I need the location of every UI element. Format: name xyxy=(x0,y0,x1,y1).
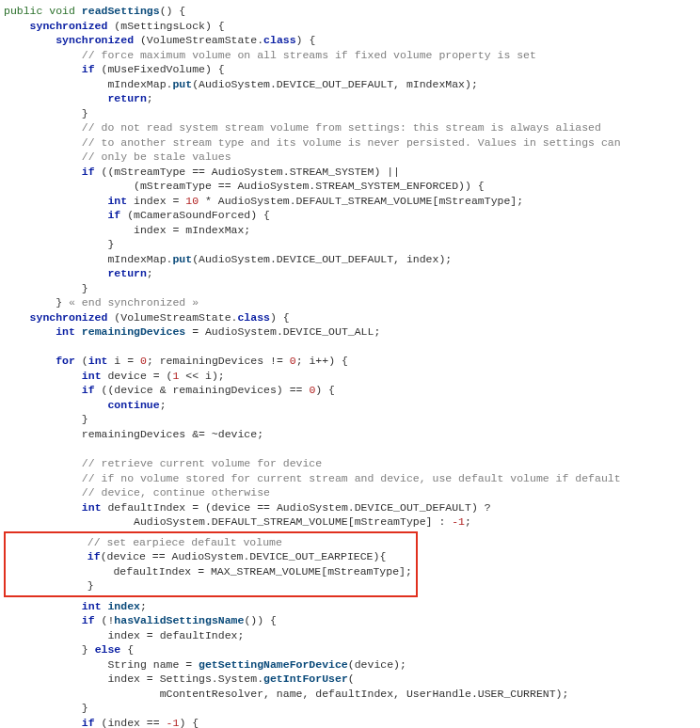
text: ; xyxy=(140,600,147,612)
call: hasValidSettingsName xyxy=(114,614,244,626)
text: index = Settings.System. xyxy=(107,673,263,685)
text: ; remainingDevices != xyxy=(147,355,290,367)
kw-if: if xyxy=(88,550,101,562)
text: remainingDevices &= ~device; xyxy=(82,428,263,440)
kw-if: if xyxy=(82,63,95,75)
brace: } xyxy=(88,579,94,592)
kw-return: return xyxy=(107,92,146,104)
highlight-box: // set earpiece default volume if(device… xyxy=(4,531,418,597)
brace: } xyxy=(82,107,88,119)
brace: } xyxy=(107,238,114,250)
kw-else: else xyxy=(95,643,121,656)
brace: } xyxy=(82,643,95,656)
text: AudioSystem.DEFAULT_STREAM_VOLUME[mStrea… xyxy=(134,515,452,528)
kw-int: int xyxy=(56,325,75,338)
kw-int: int xyxy=(82,501,102,514)
kw-int: int xyxy=(88,355,108,367)
text: mIndexMap. xyxy=(107,253,172,265)
comment: // only be stale values xyxy=(82,150,231,163)
text: (VolumeStreamState. xyxy=(107,311,237,324)
kw-public: public void xyxy=(4,5,82,17)
text: () { xyxy=(160,5,186,17)
kw-if: if xyxy=(82,166,95,178)
text: (device); xyxy=(348,658,406,671)
call-put: put xyxy=(172,78,192,90)
kw-synchronized: synchronized xyxy=(56,34,134,46)
kw-int: int xyxy=(82,600,102,612)
method-name: readSettings xyxy=(82,5,160,17)
text: ((device & remainingDevices) == xyxy=(95,384,310,396)
text: ) { xyxy=(315,384,335,396)
call: getSettingNameForDevice xyxy=(199,658,348,671)
kw-class: class xyxy=(237,311,270,324)
text: ; i++) { xyxy=(296,355,348,367)
text: i = xyxy=(107,355,140,367)
comment: // retrieve current volume for device xyxy=(82,457,322,469)
call: getIntForUser xyxy=(263,673,348,685)
num: 0 xyxy=(140,355,147,367)
text: (mUseFixedVolume) { xyxy=(95,63,225,75)
kw-int: int xyxy=(107,195,127,207)
kw-for: for xyxy=(56,355,75,367)
text: mIndexMap. xyxy=(107,78,172,90)
text: mContentResolver, name, defaultIndex, Us… xyxy=(160,688,569,700)
text: << i); xyxy=(179,370,224,382)
text: defaultIndex = MAX_STREAM_VOLUME[mStream… xyxy=(113,565,411,578)
text: (device == AudioSystem.DEVICE_OUT_EARPIE… xyxy=(101,550,387,562)
kw-return: return xyxy=(107,267,146,279)
text: { xyxy=(120,643,134,656)
comment: // if no volume stored for current strea… xyxy=(82,472,621,484)
call-put: put xyxy=(172,253,192,265)
kw-continue: continue xyxy=(107,399,159,411)
text: ; xyxy=(465,515,471,528)
text: ; xyxy=(147,92,153,104)
text: ) { xyxy=(179,717,199,728)
comment: // device, continue otherwise xyxy=(82,486,270,499)
text: (AudioSystem.DEVICE_OUT_DEFAULT, mIndexM… xyxy=(192,78,478,90)
text: defaultIndex = (device == AudioSystem.DE… xyxy=(102,501,491,514)
kw-if: if xyxy=(82,384,95,396)
text xyxy=(75,325,82,338)
var-name: index xyxy=(107,600,140,612)
text: device = ( xyxy=(102,370,173,382)
comment: // do not read system stream volume from… xyxy=(82,121,601,134)
text: ( xyxy=(348,673,355,685)
comment: // set earpiece default volume xyxy=(88,536,282,548)
text: ()) { xyxy=(244,614,277,626)
brace: } xyxy=(82,282,88,294)
text: (AudioSystem.DEVICE_OUT_DEFAULT, index); xyxy=(192,253,452,265)
comment: // to another stream type and its volume… xyxy=(82,136,621,149)
text: (mCameraSoundForced) { xyxy=(120,209,270,221)
num: 10 xyxy=(185,195,199,207)
kw-class: class xyxy=(263,34,296,46)
fold-marker: « end synchronized » xyxy=(62,296,199,309)
kw-synchronized: synchronized xyxy=(30,20,108,32)
num: -1 xyxy=(167,717,180,728)
kw-if: if xyxy=(82,717,95,728)
text: (mStreamType == AudioSystem.STREAM_SYSTE… xyxy=(134,180,485,192)
kw-int: int xyxy=(82,370,102,382)
text: (mSettingsLock) { xyxy=(107,20,224,32)
text: index = xyxy=(127,195,185,207)
text: (VolumeStreamState. xyxy=(134,34,263,46)
text: (! xyxy=(95,614,115,626)
text: ; xyxy=(147,267,153,279)
text: ; xyxy=(160,399,167,411)
brace: } xyxy=(82,413,88,425)
text: index = defaultIndex; xyxy=(107,629,244,641)
text: ((mStreamType == AudioSystem.STREAM_SYST… xyxy=(95,166,400,178)
kw-synchronized: synchronized xyxy=(30,311,108,324)
text: index = mIndexMax; xyxy=(134,224,250,236)
kw-if: if xyxy=(107,209,120,221)
text: * AudioSystem.DEFAULT_STREAM_VOLUME[mStr… xyxy=(199,195,523,207)
kw-if: if xyxy=(82,614,95,626)
text: (index == xyxy=(95,717,167,728)
code-block: public void readSettings() { synchronize… xyxy=(4,4,696,728)
num: -1 xyxy=(452,515,465,528)
comment: // force maximum volume on all streams i… xyxy=(82,49,536,61)
text: = AudioSystem.DEVICE_OUT_ALL; xyxy=(185,325,380,338)
var-name: remainingDevices xyxy=(82,325,185,338)
brace: } xyxy=(82,702,88,714)
text: ( xyxy=(75,355,88,367)
text: ) { xyxy=(296,34,316,46)
